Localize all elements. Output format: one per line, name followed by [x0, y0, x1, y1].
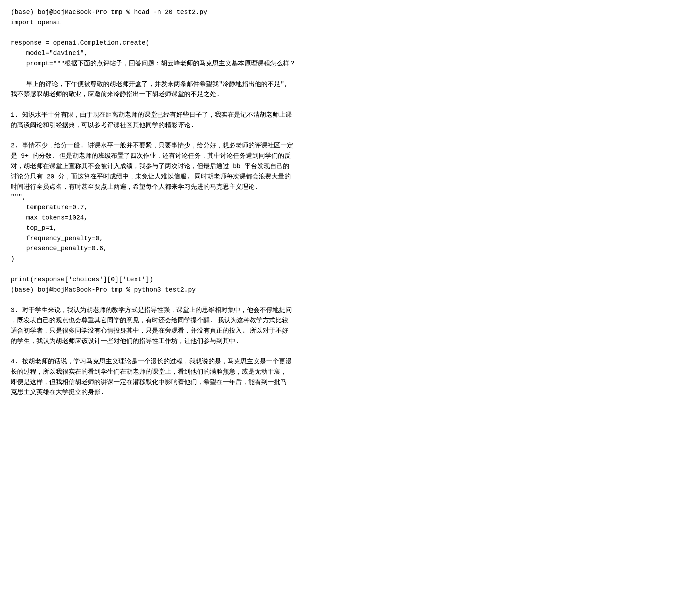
terminal-output: (base) boj@bojMacBook-Pro tmp % head -n …	[11, 7, 674, 398]
